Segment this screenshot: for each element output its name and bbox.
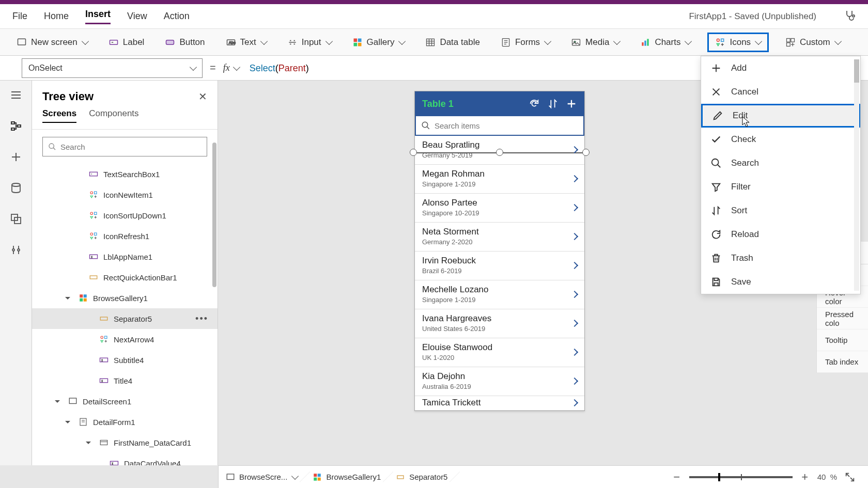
chevron-right-icon[interactable] xyxy=(571,377,578,384)
menu-action[interactable]: Action xyxy=(164,11,190,22)
add-icon[interactable] xyxy=(566,98,577,109)
forms-button[interactable]: Forms xyxy=(497,34,554,51)
gallery-item[interactable]: Kia DejohnAustralia 6-2019 xyxy=(415,367,584,396)
expand-icon[interactable] xyxy=(844,471,856,483)
tree-item-DetailScreen1[interactable]: DetailScreen1 xyxy=(32,391,218,412)
tab-screens[interactable]: Screens xyxy=(42,108,76,123)
gallery-item[interactable]: Tamica Trickett xyxy=(415,396,584,411)
tree-item-LblAppName1[interactable]: LblAppName1 xyxy=(32,246,218,267)
gallery-item[interactable]: Megan RohmanSingapore 1-2019 xyxy=(415,165,584,194)
chevron-right-icon[interactable] xyxy=(571,146,578,153)
database-icon[interactable] xyxy=(10,182,22,194)
property-select[interactable]: OnSelect xyxy=(22,58,203,78)
button-button[interactable]: Button xyxy=(161,34,209,51)
menu-home[interactable]: Home xyxy=(44,11,69,22)
tree-item-DetailForm1[interactable]: DetailForm1 xyxy=(32,412,218,432)
chevron-right-icon[interactable] xyxy=(571,290,578,297)
tree-item-NextArrow4[interactable]: NextArrow4 xyxy=(32,329,218,350)
crumb-separator[interactable]: Separator5 xyxy=(389,466,455,488)
crumb-gallery[interactable]: BrowseGallery1 xyxy=(305,466,389,488)
chevron-right-icon[interactable] xyxy=(571,399,578,406)
chevron-right-icon[interactable] xyxy=(571,261,578,269)
gallery-item[interactable]: Neta StormentGermany 2-2020 xyxy=(415,223,584,251)
svg-rect-31 xyxy=(90,172,98,176)
close-icon[interactable]: ✕ xyxy=(198,90,207,103)
icon-menu-filter[interactable]: Filter xyxy=(701,175,860,199)
menu-file[interactable]: File xyxy=(12,11,27,22)
datatable-button[interactable]: Data table xyxy=(421,34,484,51)
icon-menu-check[interactable]: Check xyxy=(701,128,860,151)
scrollbar-thumb[interactable] xyxy=(212,143,216,287)
hamburger-icon[interactable] xyxy=(10,89,22,101)
chevron-right-icon[interactable] xyxy=(571,175,578,182)
tab-components[interactable]: Components xyxy=(89,108,138,123)
chevron-right-icon[interactable] xyxy=(571,319,578,326)
chevron-right-icon[interactable] xyxy=(571,203,578,211)
label-button[interactable]: Label xyxy=(104,34,149,51)
prop-tooltip[interactable]: Tooltip xyxy=(817,329,868,351)
gallery-item[interactable]: Mechelle LozanoSingapore 1-2019 xyxy=(415,280,584,309)
text-button[interactable]: Abc Text xyxy=(222,34,271,51)
variables-icon[interactable] xyxy=(10,244,22,256)
tree-search-input[interactable] xyxy=(60,143,202,151)
media-button[interactable]: Media xyxy=(567,34,624,51)
media-rail-icon[interactable] xyxy=(10,213,22,225)
input-button[interactable]: Input xyxy=(283,34,336,51)
icon-menu-sort[interactable]: Sort xyxy=(701,199,860,223)
prop-pressed-color[interactable]: Pressed colo xyxy=(817,308,868,329)
icon-menu-cancel[interactable]: Cancel xyxy=(701,80,860,104)
tree-item-IconSortUpDown1[interactable]: IconSortUpDown1 xyxy=(32,205,218,226)
svg-rect-14 xyxy=(642,42,644,46)
zoom-in-button[interactable]: + xyxy=(800,472,810,482)
prop-tab-index[interactable]: Tab index xyxy=(817,351,868,373)
tree-item-RectQuickActionBar1[interactable]: RectQuickActionBar1 xyxy=(32,267,218,288)
icon-menu-save[interactable]: Save xyxy=(701,270,860,294)
fx-button[interactable]: fx xyxy=(223,62,244,73)
phone-search-input[interactable] xyxy=(435,121,578,130)
refresh-icon[interactable] xyxy=(529,98,540,109)
icon-menu-edit[interactable]: Edit xyxy=(701,104,860,128)
tree-item-Title4[interactable]: Title4 xyxy=(32,370,218,391)
tree-item-DataCardValue4[interactable]: DataCardValue4 xyxy=(32,453,218,465)
stethoscope-icon[interactable] xyxy=(843,9,856,24)
tree-item-Separator5[interactable]: Separator5••• xyxy=(32,308,218,329)
custom-button[interactable]: Custom xyxy=(781,34,845,51)
chevron-right-icon[interactable] xyxy=(571,232,578,240)
tree-search[interactable] xyxy=(42,137,207,156)
rect-icon xyxy=(89,273,98,282)
gallery-item[interactable]: Ivana HargreavesUnited States 6-2019 xyxy=(415,309,584,338)
tree-item-TextSearchBox1[interactable]: TextSearchBox1 xyxy=(32,164,218,184)
icon-menu-search[interactable]: Search xyxy=(701,151,860,175)
tree-item-Subtitle4[interactable]: Subtitle4 xyxy=(32,350,218,370)
plus-icon[interactable] xyxy=(10,151,22,163)
new-screen-button[interactable]: New screen xyxy=(12,34,92,51)
gallery-item[interactable]: Alonso ParteeSingapore 10-2019 xyxy=(415,194,584,223)
more-icon[interactable]: ••• xyxy=(195,313,208,324)
menu-view[interactable]: View xyxy=(127,11,147,22)
svg-rect-37 xyxy=(95,233,97,235)
menu-insert[interactable]: Insert xyxy=(85,9,111,24)
chevron-right-icon[interactable] xyxy=(571,348,578,355)
icons-button[interactable]: Icons xyxy=(707,33,769,52)
gallery-item[interactable]: Beau SpratlingGermany 5-2019 xyxy=(415,136,584,165)
tree-item-FirstName_DataCard1[interactable]: FirstName_DataCard1 xyxy=(32,432,218,453)
crumb-screen[interactable]: BrowseScre... xyxy=(218,466,305,488)
tree-item-BrowseGallery1[interactable]: BrowseGallery1 xyxy=(32,288,218,308)
sort-icon[interactable] xyxy=(547,98,559,109)
tree-item-IconRefresh1[interactable]: IconRefresh1 xyxy=(32,226,218,246)
zoom-out-button[interactable]: − xyxy=(672,472,682,482)
gallery-button[interactable]: Gallery xyxy=(348,34,409,51)
phone-search[interactable] xyxy=(415,116,584,136)
svg-rect-33 xyxy=(95,192,97,194)
charts-button[interactable]: Charts xyxy=(636,34,695,51)
gallery-item[interactable]: Elouise StanwoodUK 1-2020 xyxy=(415,338,584,367)
tree-icon[interactable] xyxy=(10,120,22,132)
gallery-item[interactable]: Irvin RoebuckBrazil 6-2019 xyxy=(415,251,584,280)
tree-item-IconNewItem1[interactable]: IconNewItem1 xyxy=(32,184,218,205)
icon-menu-reload[interactable]: Reload xyxy=(701,223,860,246)
dropdown-scrollbar[interactable] xyxy=(854,59,859,291)
rect-icon xyxy=(99,314,109,323)
icon-menu-trash[interactable]: Trash xyxy=(701,246,860,270)
zoom-slider[interactable] xyxy=(689,476,793,478)
icon-menu-add[interactable]: Add xyxy=(701,56,860,80)
